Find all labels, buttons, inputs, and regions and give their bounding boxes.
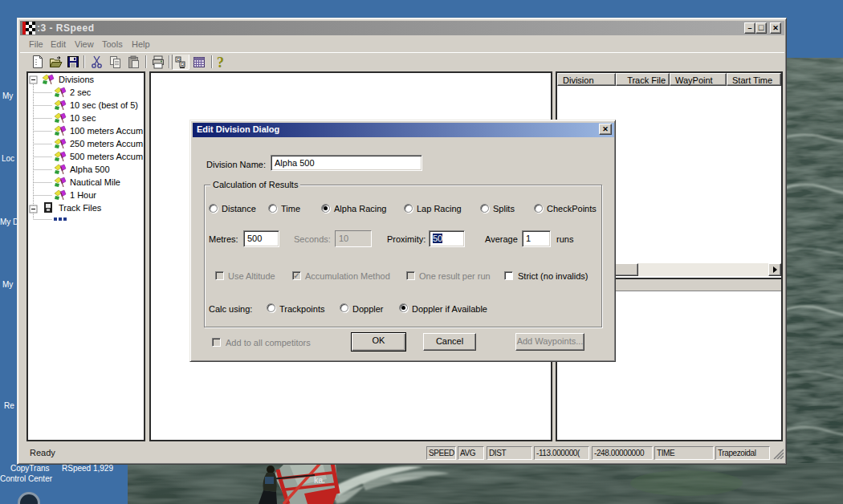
svg-text:ka.: ka.: [314, 476, 325, 485]
svg-text:?: ?: [217, 55, 224, 71]
svg-text:D: D: [181, 62, 185, 67]
